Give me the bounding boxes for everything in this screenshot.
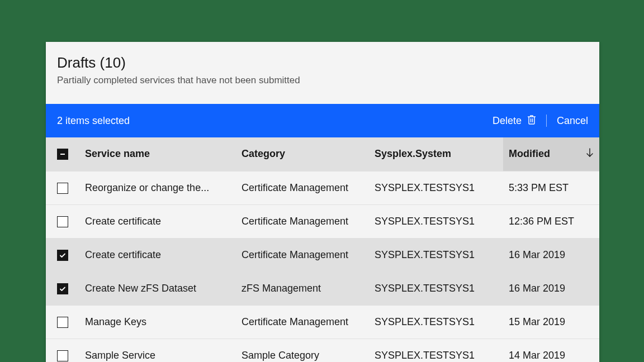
table-row[interactable]: Create certificateCertificate Management…	[46, 204, 599, 238]
category-cell: Certificate Management	[236, 171, 369, 204]
system-cell: SYSPLEX.TESTSYS1	[369, 272, 503, 305]
system-cell: SYSPLEX.TESTSYS1	[369, 204, 503, 238]
category-cell: zFS Management	[236, 272, 369, 305]
modified-cell: 12:36 PM EST	[503, 204, 599, 238]
page-subtitle: Partially completed services that have n…	[57, 75, 588, 86]
row-checkbox[interactable]	[57, 283, 68, 294]
system-cell: SYSPLEX.TESTSYS1	[369, 305, 503, 339]
column-header-system[interactable]: Sysplex.System	[369, 137, 503, 171]
table-row[interactable]: Create certificateCertificate Management…	[46, 238, 599, 272]
modified-cell: 15 Mar 2019	[503, 305, 599, 339]
category-cell: Sample Category	[236, 339, 369, 362]
row-checkbox[interactable]	[57, 317, 68, 328]
batch-action-bar: 2 items selected Delete Cancel	[46, 104, 599, 137]
service-name-cell: Create New zFS Dataset	[79, 272, 236, 305]
table-row[interactable]: Manage KeysCertificate ManagementSYSPLEX…	[46, 305, 599, 339]
trash-icon	[527, 115, 536, 127]
service-name-cell: Create certificate	[79, 204, 236, 238]
row-checkbox[interactable]	[57, 350, 68, 361]
column-header-name[interactable]: Service name	[79, 137, 236, 171]
action-divider	[546, 115, 547, 127]
delete-button[interactable]: Delete	[493, 115, 536, 127]
row-checkbox[interactable]	[57, 250, 68, 261]
row-checkbox[interactable]	[57, 183, 68, 194]
drafts-panel: Drafts (10) Partially completed services…	[46, 42, 599, 362]
column-header-modified[interactable]: Modified	[503, 137, 599, 171]
category-cell: Certificate Management	[236, 238, 369, 272]
category-cell: Certificate Management	[236, 204, 369, 238]
column-header-category[interactable]: Category	[236, 137, 369, 171]
panel-header: Drafts (10) Partially completed services…	[46, 42, 599, 104]
table-row[interactable]: Reorganize or change the...Certificate M…	[46, 171, 599, 204]
system-cell: SYSPLEX.TESTSYS1	[369, 339, 503, 362]
modified-cell: 14 Mar 2019	[503, 339, 599, 362]
page-title: Drafts (10)	[57, 54, 588, 72]
table-row[interactable]: Sample ServiceSample CategorySYSPLEX.TES…	[46, 339, 599, 362]
service-name-cell: Manage Keys	[79, 305, 236, 339]
service-name-cell: Sample Service	[79, 339, 236, 362]
row-checkbox[interactable]	[57, 216, 68, 227]
modified-cell: 16 Mar 2019	[503, 272, 599, 305]
table-row[interactable]: Create New zFS DatasetzFS ManagementSYSP…	[46, 272, 599, 305]
system-cell: SYSPLEX.TESTSYS1	[369, 171, 503, 204]
sort-descending-icon	[586, 148, 594, 160]
drafts-table: Service name Category Sysplex.System Mod…	[46, 137, 599, 362]
svg-rect-0	[60, 154, 65, 155]
select-all-checkbox[interactable]	[57, 149, 68, 160]
service-name-cell: Create certificate	[79, 238, 236, 272]
service-name-cell: Reorganize or change the...	[79, 171, 236, 204]
cancel-button[interactable]: Cancel	[557, 115, 588, 127]
selected-count-label: 2 items selected	[57, 115, 493, 127]
modified-cell: 16 Mar 2019	[503, 238, 599, 272]
delete-button-label: Delete	[493, 115, 522, 127]
modified-cell: 5:33 PM EST	[503, 171, 599, 204]
category-cell: Certificate Management	[236, 305, 369, 339]
column-header-select[interactable]	[46, 137, 79, 171]
column-header-modified-label: Modified	[509, 148, 550, 160]
batch-actions: Delete Cancel	[493, 115, 588, 127]
system-cell: SYSPLEX.TESTSYS1	[369, 238, 503, 272]
